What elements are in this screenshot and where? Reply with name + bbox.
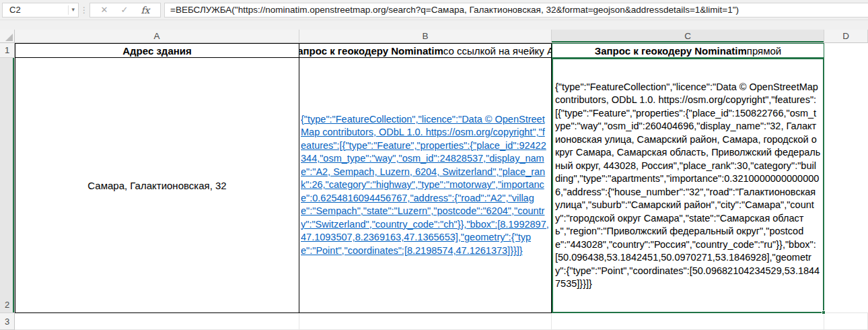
formula-text: =ВЕБСЛУЖБА("https://nominatim.openstreet… — [170, 5, 739, 15]
row-header-1[interactable]: 1 — [0, 43, 15, 58]
formula-bar-resize-handle-icon[interactable]: ⋮ — [79, 5, 89, 15]
cell-a1[interactable]: Адрес здания — [15, 43, 299, 58]
row-header-2[interactable]: 2 — [0, 58, 15, 313]
cell-b2[interactable]: {"type":"FeatureCollection","licence":"D… — [299, 58, 552, 313]
cell-c1[interactable]: Запрос к геокодеру Nominatim прямой — [552, 43, 824, 58]
cell-d2[interactable] — [824, 58, 868, 313]
cell-c3[interactable] — [552, 313, 824, 330]
name-box[interactable]: C2 ▾ — [2, 3, 79, 18]
cell-a3[interactable] — [15, 313, 299, 330]
cell-b1[interactable]: Запрос к геокодеру Nominatim со ссылкой … — [299, 43, 552, 58]
column-header-a[interactable]: A — [15, 30, 299, 43]
cell-d3[interactable] — [824, 313, 868, 330]
name-box-dropdown-icon[interactable]: ▾ — [68, 5, 75, 15]
cell-a2[interactable]: Самара, Галактионовская, 32 — [15, 58, 299, 313]
cell-b3[interactable] — [299, 313, 552, 330]
cell-b2-hyperlink-json[interactable]: {"type":"FeatureCollection","licence":"D… — [301, 113, 550, 258]
ribbon-spacer — [0, 20, 868, 30]
insert-function-icon[interactable]: fx — [141, 5, 149, 15]
cell-d1[interactable] — [824, 43, 868, 58]
select-all-corner[interactable] — [0, 30, 15, 43]
cell-c1-normal-text: прямой — [747, 45, 781, 57]
enter-icon[interactable]: ✓ — [120, 5, 128, 14]
cell-b1-normal-text: со ссылкой на ячейку A2 — [443, 45, 552, 57]
formula-bar-buttons: ✕ ✓ fx — [89, 3, 161, 18]
row-header-3[interactable]: 3 — [0, 313, 15, 330]
cell-c1-bold-text: Запрос к геокодеру Nominatim — [595, 45, 747, 57]
column-header-d[interactable]: D — [824, 30, 868, 43]
fill-handle[interactable] — [822, 310, 826, 315]
spreadsheet-grid: A B C D 1 Адрес здания Запрос к геокодер… — [0, 30, 868, 330]
column-header-c[interactable]: C — [552, 30, 824, 43]
cell-c2-json: {"type":"FeatureCollection","licence":"D… — [555, 81, 821, 291]
cell-b1-bold-text: Запрос к геокодеру Nominatim — [299, 45, 443, 57]
cell-c2-selected[interactable]: {"type":"FeatureCollection","licence":"D… — [552, 58, 824, 313]
formula-bar-row: C2 ▾ ⋮ ✕ ✓ fx =ВЕБСЛУЖБА("https://nomina… — [0, 0, 868, 20]
cancel-icon[interactable]: ✕ — [101, 5, 108, 14]
formula-input[interactable]: =ВЕБСЛУЖБА("https://nominatim.openstreet… — [164, 3, 868, 18]
name-box-value: C2 — [9, 5, 21, 15]
column-header-b[interactable]: B — [299, 30, 552, 43]
